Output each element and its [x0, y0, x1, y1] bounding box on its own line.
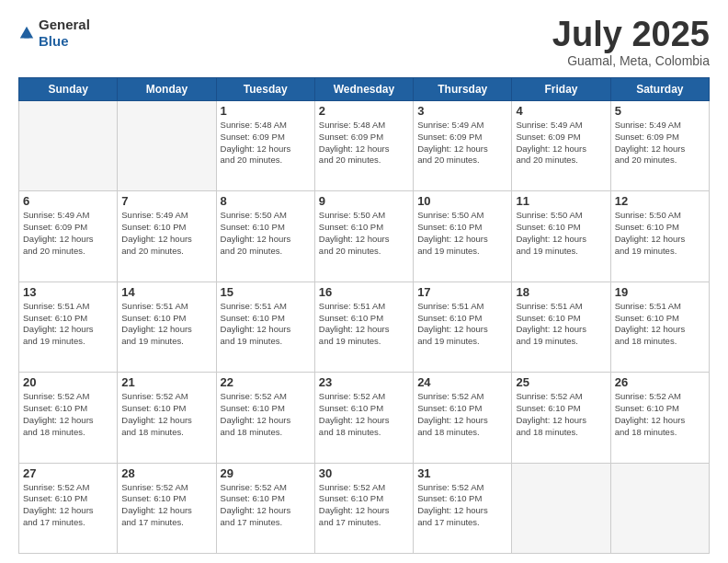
- day-cell: 30Sunrise: 5:52 AM Sunset: 6:10 PM Dayli…: [314, 463, 413, 553]
- day-cell: 16Sunrise: 5:51 AM Sunset: 6:10 PM Dayli…: [314, 282, 413, 372]
- day-info: Sunrise: 5:52 AM Sunset: 6:10 PM Dayligh…: [615, 391, 705, 438]
- day-cell: 18Sunrise: 5:51 AM Sunset: 6:10 PM Dayli…: [512, 282, 610, 372]
- day-number: 7: [121, 194, 211, 208]
- day-number: 13: [23, 285, 113, 299]
- day-info: Sunrise: 5:50 AM Sunset: 6:10 PM Dayligh…: [221, 210, 311, 257]
- day-number: 8: [221, 194, 311, 208]
- week-row-1: 1Sunrise: 5:48 AM Sunset: 6:09 PM Daylig…: [19, 101, 710, 191]
- day-number: 14: [121, 285, 211, 299]
- day-info: Sunrise: 5:52 AM Sunset: 6:10 PM Dayligh…: [23, 482, 113, 529]
- day-info: Sunrise: 5:48 AM Sunset: 6:09 PM Dayligh…: [221, 120, 311, 167]
- day-cell: 26Sunrise: 5:52 AM Sunset: 6:10 PM Dayli…: [610, 373, 709, 463]
- day-cell: 31Sunrise: 5:52 AM Sunset: 6:10 PM Dayli…: [414, 463, 512, 553]
- day-number: 31: [417, 466, 507, 480]
- day-cell: [512, 463, 610, 553]
- day-info: Sunrise: 5:50 AM Sunset: 6:10 PM Dayligh…: [319, 210, 409, 257]
- day-info: Sunrise: 5:51 AM Sunset: 6:10 PM Dayligh…: [516, 301, 606, 348]
- day-number: 25: [516, 375, 606, 389]
- day-number: 29: [221, 466, 311, 480]
- day-cell: 17Sunrise: 5:51 AM Sunset: 6:10 PM Dayli…: [414, 282, 512, 372]
- logo-icon: [18, 25, 35, 41]
- location: Guamal, Meta, Colombia: [552, 53, 710, 68]
- day-cell: 15Sunrise: 5:51 AM Sunset: 6:10 PM Dayli…: [216, 282, 314, 372]
- day-cell: 22Sunrise: 5:52 AM Sunset: 6:10 PM Dayli…: [216, 373, 314, 463]
- day-info: Sunrise: 5:49 AM Sunset: 6:09 PM Dayligh…: [516, 120, 606, 167]
- day-cell: 27Sunrise: 5:52 AM Sunset: 6:10 PM Dayli…: [19, 463, 118, 553]
- day-cell: 3Sunrise: 5:49 AM Sunset: 6:09 PM Daylig…: [414, 101, 512, 191]
- day-cell: 19Sunrise: 5:51 AM Sunset: 6:10 PM Dayli…: [610, 282, 709, 372]
- week-row-2: 6Sunrise: 5:49 AM Sunset: 6:09 PM Daylig…: [19, 191, 710, 282]
- day-cell: 8Sunrise: 5:50 AM Sunset: 6:10 PM Daylig…: [216, 191, 314, 282]
- day-number: 4: [516, 104, 606, 118]
- day-cell: 6Sunrise: 5:49 AM Sunset: 6:09 PM Daylig…: [19, 191, 118, 282]
- day-info: Sunrise: 5:51 AM Sunset: 6:10 PM Dayligh…: [221, 301, 311, 348]
- header: General Blue July 2025 Guamal, Meta, Col…: [18, 17, 710, 68]
- day-number: 11: [516, 194, 606, 208]
- day-cell: 9Sunrise: 5:50 AM Sunset: 6:10 PM Daylig…: [314, 191, 413, 282]
- day-info: Sunrise: 5:49 AM Sunset: 6:09 PM Dayligh…: [615, 120, 705, 167]
- day-info: Sunrise: 5:49 AM Sunset: 6:10 PM Dayligh…: [121, 210, 211, 257]
- day-info: Sunrise: 5:48 AM Sunset: 6:09 PM Dayligh…: [319, 120, 409, 167]
- day-info: Sunrise: 5:51 AM Sunset: 6:10 PM Dayligh…: [615, 301, 705, 348]
- day-header-sunday: Sunday: [19, 78, 118, 101]
- day-cell: 25Sunrise: 5:52 AM Sunset: 6:10 PM Dayli…: [512, 373, 610, 463]
- day-info: Sunrise: 5:50 AM Sunset: 6:10 PM Dayligh…: [417, 210, 507, 257]
- day-number: 1: [221, 104, 311, 118]
- day-number: 3: [417, 104, 507, 118]
- day-number: 5: [615, 104, 705, 118]
- page: General Blue July 2025 Guamal, Meta, Col…: [0, 0, 728, 563]
- day-cell: [118, 101, 216, 191]
- day-number: 28: [121, 466, 211, 480]
- day-header-friday: Friday: [512, 78, 610, 101]
- day-info: Sunrise: 5:52 AM Sunset: 6:10 PM Dayligh…: [417, 482, 507, 529]
- day-info: Sunrise: 5:51 AM Sunset: 6:10 PM Dayligh…: [121, 301, 211, 348]
- day-cell: 7Sunrise: 5:49 AM Sunset: 6:10 PM Daylig…: [118, 191, 216, 282]
- day-info: Sunrise: 5:50 AM Sunset: 6:10 PM Dayligh…: [615, 210, 705, 257]
- day-cell: 24Sunrise: 5:52 AM Sunset: 6:10 PM Dayli…: [414, 373, 512, 463]
- day-cell: 28Sunrise: 5:52 AM Sunset: 6:10 PM Dayli…: [118, 463, 216, 553]
- day-info: Sunrise: 5:51 AM Sunset: 6:10 PM Dayligh…: [319, 301, 409, 348]
- day-info: Sunrise: 5:52 AM Sunset: 6:10 PM Dayligh…: [319, 482, 409, 529]
- day-cell: 2Sunrise: 5:48 AM Sunset: 6:09 PM Daylig…: [314, 101, 413, 191]
- day-info: Sunrise: 5:50 AM Sunset: 6:10 PM Dayligh…: [516, 210, 606, 257]
- day-info: Sunrise: 5:52 AM Sunset: 6:10 PM Dayligh…: [417, 391, 507, 438]
- logo-text: General Blue: [39, 17, 90, 50]
- svg-rect-1: [24, 33, 28, 38]
- day-info: Sunrise: 5:51 AM Sunset: 6:10 PM Dayligh…: [417, 301, 507, 348]
- day-cell: 4Sunrise: 5:49 AM Sunset: 6:09 PM Daylig…: [512, 101, 610, 191]
- day-number: 24: [417, 375, 507, 389]
- day-number: 15: [221, 285, 311, 299]
- days-header-row: SundayMondayTuesdayWednesdayThursdayFrid…: [19, 78, 710, 101]
- title-block: July 2025 Guamal, Meta, Colombia: [552, 17, 710, 68]
- week-row-5: 27Sunrise: 5:52 AM Sunset: 6:10 PM Dayli…: [19, 463, 710, 553]
- day-cell: [19, 101, 118, 191]
- calendar-table: SundayMondayTuesdayWednesdayThursdayFrid…: [18, 77, 710, 554]
- day-cell: 13Sunrise: 5:51 AM Sunset: 6:10 PM Dayli…: [19, 282, 118, 372]
- day-number: 26: [615, 375, 705, 389]
- day-number: 16: [319, 285, 409, 299]
- day-cell: 29Sunrise: 5:52 AM Sunset: 6:10 PM Dayli…: [216, 463, 314, 553]
- day-cell: 10Sunrise: 5:50 AM Sunset: 6:10 PM Dayli…: [414, 191, 512, 282]
- day-number: 9: [319, 194, 409, 208]
- day-info: Sunrise: 5:52 AM Sunset: 6:10 PM Dayligh…: [121, 482, 211, 529]
- day-info: Sunrise: 5:52 AM Sunset: 6:10 PM Dayligh…: [23, 391, 113, 438]
- logo-blue: Blue: [39, 33, 69, 49]
- day-cell: 20Sunrise: 5:52 AM Sunset: 6:10 PM Dayli…: [19, 373, 118, 463]
- day-number: 10: [417, 194, 507, 208]
- day-info: Sunrise: 5:52 AM Sunset: 6:10 PM Dayligh…: [516, 391, 606, 438]
- day-header-wednesday: Wednesday: [314, 78, 413, 101]
- day-cell: 12Sunrise: 5:50 AM Sunset: 6:10 PM Dayli…: [610, 191, 709, 282]
- logo-general: General: [39, 17, 90, 32]
- day-header-tuesday: Tuesday: [216, 78, 314, 101]
- day-number: 21: [121, 375, 211, 389]
- day-info: Sunrise: 5:52 AM Sunset: 6:10 PM Dayligh…: [121, 391, 211, 438]
- day-number: 23: [319, 375, 409, 389]
- day-number: 18: [516, 285, 606, 299]
- day-info: Sunrise: 5:49 AM Sunset: 6:09 PM Dayligh…: [417, 120, 507, 167]
- week-row-3: 13Sunrise: 5:51 AM Sunset: 6:10 PM Dayli…: [19, 282, 710, 372]
- day-number: 30: [319, 466, 409, 480]
- day-info: Sunrise: 5:51 AM Sunset: 6:10 PM Dayligh…: [23, 301, 113, 348]
- day-cell: 14Sunrise: 5:51 AM Sunset: 6:10 PM Dayli…: [118, 282, 216, 372]
- logo: General Blue: [18, 17, 90, 50]
- day-header-monday: Monday: [118, 78, 216, 101]
